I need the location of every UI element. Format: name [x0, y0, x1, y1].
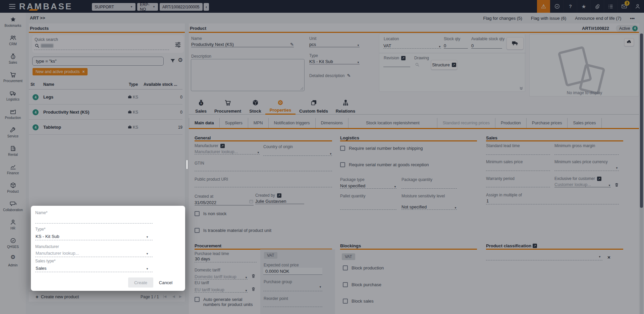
modal-manufacturer-select[interactable]: Manufacturer lookup... ▼	[35, 250, 153, 257]
modal-sales-type-select[interactable]: Sales ▼	[35, 265, 153, 272]
modal-manufacturer-label: Manufacturer	[35, 244, 59, 249]
caret-down-icon: ▼	[146, 252, 149, 255]
cancel-button[interactable]: Cancel	[156, 277, 176, 288]
modal-name-label: Name*	[35, 210, 48, 215]
caret-down-icon: ▼	[146, 267, 149, 270]
modal-name-input[interactable]	[35, 223, 153, 224]
modal-type-label: Type*	[35, 227, 46, 232]
create-button[interactable]: Create	[128, 277, 153, 288]
caret-down-icon: ▼	[146, 236, 149, 239]
modal-sales-type-label: Sales type*	[35, 259, 56, 263]
panel-scroll-indicator[interactable]	[186, 160, 187, 169]
modal-type-select[interactable]: KS - Kit Sub ▼	[35, 233, 153, 240]
create-product-modal: Name* Type* KS - Kit Sub ▼ Manufacturer …	[31, 206, 185, 291]
